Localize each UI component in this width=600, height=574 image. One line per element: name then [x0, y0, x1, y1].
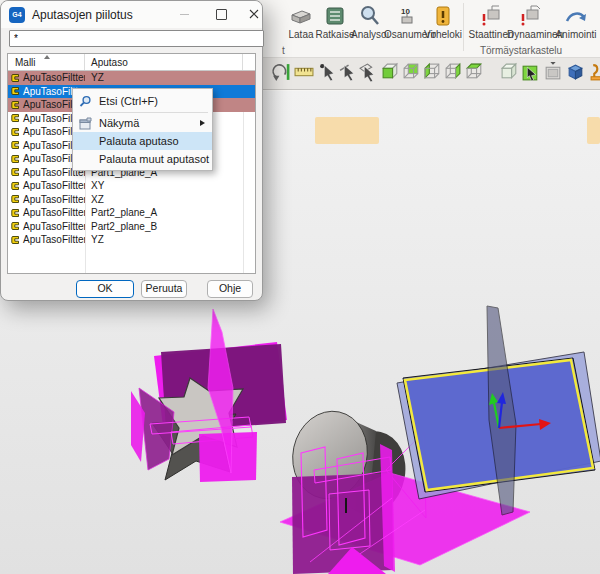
measure-tool-icon[interactable]: [294, 62, 314, 82]
sort-asc-icon: [44, 55, 50, 59]
table-row[interactable]: ApuTasoFiltteri...XY: [8, 179, 255, 193]
menu-item-palauta-aputaso[interactable]: Palauta aputaso: [73, 132, 212, 150]
ribbon-group-separator: [463, 3, 464, 51]
close-button[interactable]: [239, 1, 269, 27]
menu-item-nakyma[interactable]: Näkymä: [73, 114, 212, 132]
view-icon: [79, 117, 92, 130]
minimize-button[interactable]: [169, 1, 199, 27]
part-icon: [10, 181, 20, 191]
part-icon: [10, 167, 20, 177]
part-icon: [10, 235, 20, 245]
part-icon: [10, 140, 20, 150]
active-tool-highlight: [587, 117, 600, 144]
dynamic-collision-icon: [517, 3, 543, 29]
animation-icon: [563, 3, 589, 29]
part-icon: [10, 194, 20, 204]
table-header[interactable]: Malli Aputaso: [8, 54, 255, 71]
dialog-titlebar[interactable]: G4 Aputasojen piilotus: [1, 1, 262, 28]
table-row[interactable]: ApuTasoFiltteri...Part2_plane_B: [8, 220, 255, 234]
table-row[interactable]: ApuTasoFiltteri...Part2_plane_A: [8, 206, 255, 220]
ribbon-button-virheloki[interactable]: Virheloki: [420, 2, 466, 40]
select-point-tool-icon[interactable]: [318, 62, 338, 82]
solve-icon: [322, 3, 348, 29]
help-button[interactable]: Ohje: [207, 280, 253, 298]
table-row[interactable]: ApuTasoFiltteri...YZ: [8, 233, 255, 247]
collision-group-label: Törmäystarkastelu: [451, 45, 591, 56]
cube-front-face-icon[interactable]: [381, 62, 401, 82]
part-icon: [10, 208, 20, 218]
cube-select-icon[interactable]: [521, 62, 541, 82]
part-icon: [10, 100, 20, 110]
maximize-icon: [216, 9, 227, 20]
part-icon: [10, 73, 20, 83]
clipped-tool-icon[interactable]: [589, 62, 600, 82]
menu-item-etsi[interactable]: Etsi (Ctrl+F): [73, 91, 212, 111]
search-icon: [79, 95, 92, 108]
close-icon: [249, 9, 259, 19]
cancel-button[interactable]: Peruuta: [141, 280, 187, 298]
active-tool-highlight: [315, 117, 379, 144]
maximize-button[interactable]: [206, 1, 236, 27]
plane-display-icon[interactable]: [543, 62, 563, 82]
cube-top-face-icon[interactable]: [465, 62, 485, 82]
context-menu: Etsi (Ctrl+F) Näkymä Palauta aputaso Pal…: [72, 88, 213, 171]
submenu-arrow-icon: [200, 120, 205, 126]
ribbon-button-dynaaminen[interactable]: Dynaaminen: [507, 2, 553, 40]
part-icon: [10, 127, 20, 137]
ribbon-button-animointi[interactable]: Animointi: [553, 2, 599, 40]
menu-separator: [101, 112, 208, 113]
cube-right-face-icon[interactable]: [444, 62, 464, 82]
iso-view-icon[interactable]: [566, 62, 586, 82]
static-collision-icon: [478, 3, 504, 29]
shaded-cube-icon[interactable]: [500, 62, 520, 82]
column-header-aputaso[interactable]: Aputaso: [85, 54, 243, 70]
minimize-icon: [180, 14, 189, 15]
clipped-group-label: t: [282, 45, 285, 56]
warning-icon: [430, 3, 456, 29]
part-icon: [10, 113, 20, 123]
select-edge-tool-icon[interactable]: [338, 62, 358, 82]
orbit-tool-icon[interactable]: [271, 62, 291, 82]
load-icon: [288, 3, 314, 29]
table-row[interactable]: ApuTasoFiltteri...XZ: [8, 193, 255, 207]
table-row[interactable]: ApuTasoFiltteri...YZ: [8, 71, 255, 85]
filter-input[interactable]: [9, 30, 264, 47]
dialog-title: Aputasojen piilotus: [32, 8, 133, 22]
part-icon: [10, 86, 20, 96]
cube-back-face-icon[interactable]: [402, 62, 422, 82]
app-icon: G4: [9, 7, 25, 23]
magnifier-icon: [357, 3, 383, 29]
part-icon: [10, 154, 20, 164]
partnumber-icon: 10: [394, 3, 420, 29]
svg-text:10: 10: [401, 7, 410, 16]
ok-button[interactable]: OK: [76, 280, 134, 298]
part-icon: [10, 221, 20, 231]
cube-left-face-icon[interactable]: [423, 62, 443, 82]
menu-item-palauta-muut[interactable]: Palauta muut aputasot: [73, 150, 212, 168]
select-face-tool-icon[interactable]: [358, 62, 378, 82]
